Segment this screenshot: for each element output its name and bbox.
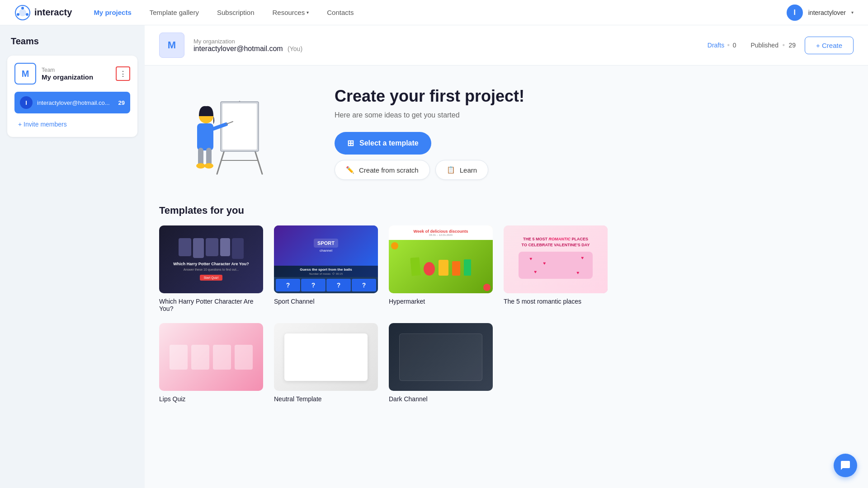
chevron-down-icon: ▾ (307, 10, 309, 15)
nav-template-gallery[interactable]: Template gallery (142, 5, 206, 20)
user-chevron-icon[interactable]: ▾ (851, 10, 854, 15)
template-card-romantic[interactable]: THE 5 MOST ROMANTIC PLACESTO CELEBRATE V… (504, 225, 608, 312)
template-card-dark[interactable]: Dark Channel (389, 323, 493, 403)
btn-row: ✏️ Create from scratch 📋 Learn (335, 160, 524, 180)
logo-text: interacty (34, 7, 72, 18)
navbar: interacty My projects Template gallery S… (0, 0, 868, 25)
hero-illustration (181, 84, 298, 183)
chat-bubble-button[interactable] (834, 454, 857, 477)
logo[interactable]: interacty (14, 5, 72, 21)
templates-title: Templates for you (159, 205, 854, 216)
navbar-right: I interactylover ▾ (787, 5, 854, 21)
book-icon: 📋 (447, 166, 455, 174)
svg-point-4 (17, 13, 19, 16)
pencil-icon: ✏️ (346, 166, 354, 174)
svg-point-1 (19, 9, 26, 16)
template-name-romantic: The 5 most romantic places (504, 298, 608, 305)
hero-section: Create your first project! Here are some… (145, 66, 868, 201)
member-email: interactylover@hotmail.co... (37, 99, 114, 106)
template-card-hp[interactable]: Which Harry Potter Character Are You? An… (159, 225, 263, 312)
user-name[interactable]: interactylover (808, 9, 846, 16)
template-thumb-sport: SPORT channel Guess the sport from the b… (274, 225, 378, 293)
sidebar: Teams M Team My organization ⋮ I interac… (0, 25, 145, 488)
nav-subscription[interactable]: Subscription (210, 5, 262, 20)
org-stats: Drafts • 0 Published • 29 (708, 41, 796, 49)
member-row[interactable]: I interactylover@hotmail.co... 29 (14, 92, 130, 113)
svg-point-3 (26, 13, 28, 16)
team-name: My organization (42, 73, 93, 81)
nav-links: My projects Template gallery Subscriptio… (86, 5, 786, 20)
templates-section: Templates for you Whi (145, 201, 868, 417)
select-template-button[interactable]: ⊞ Select a template (335, 132, 431, 155)
main-content: M My organization interactylover@hotmail… (145, 25, 868, 488)
layout: Teams M Team My organization ⋮ I interac… (0, 25, 868, 488)
published-label: Published (750, 42, 778, 49)
org-avatar: M (159, 33, 184, 58)
drafts-link[interactable]: Drafts (708, 42, 724, 49)
invite-members-button[interactable]: + Invite members (14, 119, 130, 130)
template-name-neutral: Neutral Template (274, 395, 378, 403)
nav-contacts[interactable]: Contacts (320, 5, 361, 20)
svg-point-2 (21, 7, 24, 9)
template-name-hp: Which Harry Potter Character Are You? (159, 298, 263, 312)
template-card-sport[interactable]: SPORT channel Guess the sport from the b… (274, 225, 378, 312)
template-name-dark: Dark Channel (389, 395, 493, 403)
learn-button[interactable]: 📋 Learn (435, 160, 488, 180)
template-card-lips[interactable]: Lips Quiz (159, 323, 263, 403)
create-from-scratch-button[interactable]: ✏️ Create from scratch (335, 160, 430, 180)
org-info: My organization interactylover@hotmail.c… (193, 38, 698, 53)
hero-text: Create your first project! Here are some… (335, 87, 524, 180)
svg-point-17 (204, 163, 213, 169)
svg-point-16 (196, 163, 205, 169)
team-header: M Team My organization ⋮ (14, 63, 130, 84)
svg-rect-11 (197, 123, 213, 150)
team-options-button[interactable]: ⋮ (116, 66, 130, 81)
drafts-stat: Drafts • 0 (708, 41, 736, 49)
drafts-count: 0 (733, 42, 736, 49)
templates-grid-bottom: Lips Quiz Neutral Template (159, 323, 854, 403)
user-avatar: I (787, 5, 803, 21)
member-avatar: I (20, 96, 33, 109)
nav-resources[interactable]: Resources ▾ (265, 5, 316, 20)
team-label: Team (42, 67, 93, 73)
template-thumb-dark (389, 323, 493, 391)
svg-rect-9 (222, 103, 257, 150)
template-thumb-romantic: THE 5 MOST ROMANTIC PLACESTO CELEBRATE V… (504, 225, 608, 293)
member-count: 29 (118, 99, 125, 106)
templates-grid: Which Harry Potter Character Are You? An… (159, 225, 854, 312)
template-name-lips: Lips Quiz (159, 395, 263, 403)
template-thumb-lips (159, 323, 263, 391)
template-card-neutral[interactable]: Neutral Template (274, 323, 378, 403)
template-thumb-neutral (274, 323, 378, 391)
team-details: Team My organization (42, 67, 93, 81)
hero-subtitle: Here are some ideas to get you started (335, 111, 524, 119)
org-name: My organization (193, 38, 698, 45)
sidebar-title: Teams (7, 36, 137, 47)
template-thumb-hp: Which Harry Potter Character Are You? An… (159, 225, 263, 293)
create-button[interactable]: + Create (805, 37, 854, 54)
template-name-hypermarket: Hypermarket (389, 298, 493, 305)
org-email: interactylover@hotmail.com (193, 45, 283, 52)
org-you-label: (You) (288, 45, 302, 52)
hero-title: Create your first project! (335, 87, 524, 106)
team-avatar: M (14, 63, 36, 84)
template-name-sport: Sport Channel (274, 298, 378, 305)
template-card-hypermarket[interactable]: Week of delicious discounts 04.01 – 12.0… (389, 225, 493, 312)
team-card: M Team My organization ⋮ I interactylove… (7, 56, 137, 137)
hero-actions: ⊞ Select a template ✏️ Create from scrat… (335, 132, 524, 180)
org-header: M My organization interactylover@hotmail… (145, 25, 868, 66)
team-info: M Team My organization (14, 63, 93, 84)
chat-icon (840, 460, 851, 471)
published-stat: Published • 29 (750, 41, 796, 49)
nav-my-projects[interactable]: My projects (86, 5, 138, 20)
published-count: 29 (788, 42, 796, 49)
org-email-row: interactylover@hotmail.com (You) (193, 45, 698, 53)
grid-icon: ⊞ (347, 138, 354, 148)
template-thumb-hypermarket: Week of delicious discounts 04.01 – 12.0… (389, 225, 493, 293)
